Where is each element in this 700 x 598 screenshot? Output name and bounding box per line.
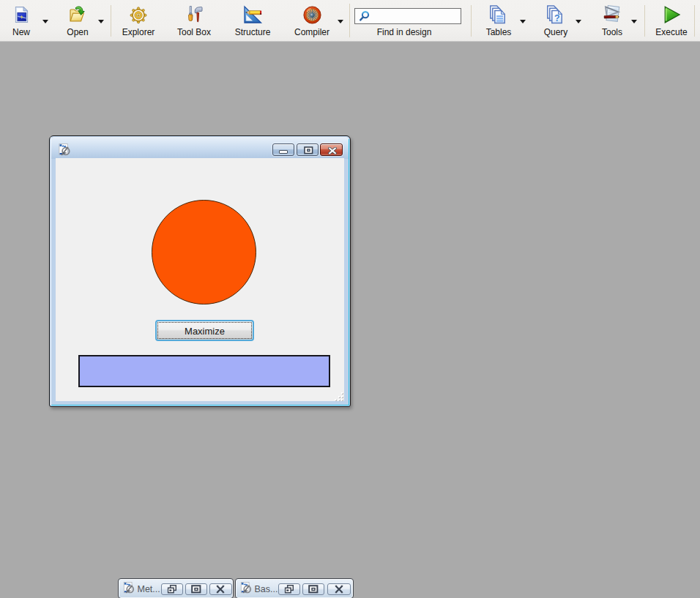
svg-text:?: ? [554, 13, 560, 23]
